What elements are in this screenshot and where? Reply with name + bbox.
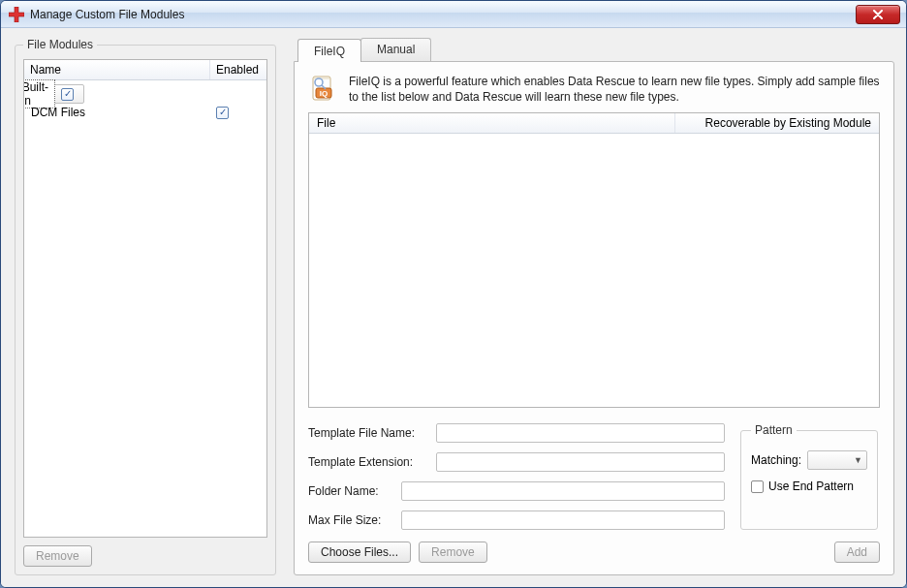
col-enabled[interactable]: Enabled <box>210 60 266 79</box>
col-name[interactable]: Name <box>24 60 210 79</box>
use-end-pattern-checkbox[interactable] <box>751 480 764 493</box>
pattern-group: Pattern Matching: ▼ Use End Pattern <box>740 423 878 530</box>
tab-manual[interactable]: Manual <box>360 38 431 61</box>
choose-files-button[interactable]: Choose Files... <box>308 542 411 563</box>
buttons-row: Choose Files... Remove Add <box>308 542 880 563</box>
file-module-row[interactable]: DCM Files ✓ <box>24 104 266 121</box>
module-enabled-checkbox[interactable]: ✓ <box>61 88 74 101</box>
tabpanel-fileiq: IQ FileIQ is a powerful feature which en… <box>294 61 894 575</box>
module-name: DCM Files <box>24 105 210 120</box>
pattern-legend: Pattern <box>751 423 797 437</box>
matching-select[interactable]: ▼ <box>807 450 867 470</box>
module-enabled-checkbox[interactable]: ✓ <box>216 107 229 119</box>
remove-file-button[interactable]: Remove <box>419 542 487 563</box>
file-modules-rows: Built-in ✓ DCM Files ✓ <box>24 80 266 537</box>
dialog-window: Manage Custom File Modules File Modules … <box>0 0 907 588</box>
col-file[interactable]: File <box>309 113 675 133</box>
add-button[interactable]: Add <box>834 542 880 563</box>
close-button[interactable] <box>856 5 900 24</box>
matching-label: Matching: <box>751 453 801 467</box>
chevron-down-icon: ▼ <box>854 455 862 465</box>
max-file-size-input[interactable] <box>401 511 725 530</box>
tab-fileiq[interactable]: FileIQ <box>297 39 361 62</box>
file-modules-header: Name Enabled <box>24 60 266 80</box>
max-file-size-label: Max File Size: <box>308 513 395 527</box>
file-list-header: File Recoverable by Existing Module <box>309 113 879 134</box>
info-banner: IQ FileIQ is a powerful feature which en… <box>308 74 880 105</box>
remove-module-button[interactable]: Remove <box>23 545 92 567</box>
svg-text:IQ: IQ <box>320 89 328 98</box>
folder-name-input[interactable] <box>401 481 725 501</box>
file-modules-legend: File Modules <box>23 38 97 51</box>
info-text: FileIQ is a powerful feature which enabl… <box>349 74 880 105</box>
client-area: File Modules Name Enabled Built-in ✓ DCM… <box>1 28 906 587</box>
file-list[interactable]: File Recoverable by Existing Module <box>308 112 880 408</box>
form-left: Template File Name: Template Extension: … <box>308 423 725 530</box>
tabstrip: FileIQ Manual <box>294 38 894 61</box>
use-end-pattern-label: Use End Pattern <box>768 480 854 493</box>
window-title: Manage Custom File Modules <box>30 8 856 21</box>
col-recoverable[interactable]: Recoverable by Existing Module <box>675 113 879 133</box>
file-modules-list[interactable]: Name Enabled Built-in ✓ DCM Files ✓ <box>23 59 267 538</box>
titlebar[interactable]: Manage Custom File Modules <box>1 1 906 28</box>
folder-name-label: Folder Name: <box>308 484 395 498</box>
file-modules-group: File Modules Name Enabled Built-in ✓ DCM… <box>15 38 276 575</box>
right-panel: FileIQ Manual IQ FileI <box>294 38 894 575</box>
template-file-name-input[interactable] <box>436 423 725 443</box>
app-icon <box>9 7 24 22</box>
form-area: Template File Name: Template Extension: … <box>308 423 880 530</box>
template-extension-label: Template Extension: <box>308 455 430 469</box>
template-file-name-label: Template File Name: <box>308 426 430 440</box>
template-extension-input[interactable] <box>436 452 725 472</box>
fileiq-icon: IQ <box>308 74 339 105</box>
file-module-row[interactable]: Built-in ✓ <box>24 84 84 104</box>
